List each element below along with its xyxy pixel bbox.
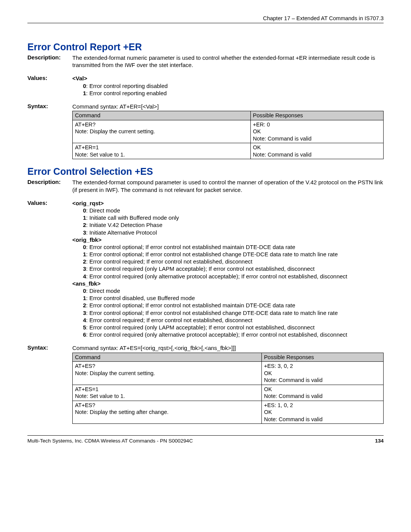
val1: : Error control reporting enabled <box>86 90 167 96</box>
table-cell: OK Note: Command is valid <box>250 143 383 159</box>
table-cell: AT+ES=1 Note: Set value to 1. <box>73 385 262 401</box>
footer-text: Multi-Tech Systems, Inc. CDMA Wireless A… <box>27 438 193 444</box>
values-label: Values: <box>27 75 72 81</box>
of3: : Error control required (only LAPM acce… <box>86 265 314 272</box>
section-title-er: Error Control Report +ER <box>27 42 384 53</box>
of4: : Error control required (only alternati… <box>86 273 347 280</box>
page-footer: Multi-Tech Systems, Inc. CDMA Wireless A… <box>27 435 384 444</box>
th-command: Command <box>73 353 262 362</box>
values-body: <orig_rqst> 0: Direct mode 1: Initiate c… <box>72 200 384 339</box>
af5: : Error control required (only LAPM acce… <box>86 324 314 331</box>
of0: : Error control optional; If error contr… <box>86 244 295 250</box>
or2: : Initiate V.42 Detection Phase <box>86 222 162 228</box>
val-header: <Val> <box>72 75 87 81</box>
or0: : Direct mode <box>86 207 120 214</box>
page-header: Chapter 17 – Extended AT Commands in IS7… <box>27 15 384 23</box>
command-table-er: CommandPossible Responses AT+ER? Note: D… <box>72 111 384 159</box>
desc-label: Description: <box>27 179 72 185</box>
th-command: Command <box>73 111 251 120</box>
table-cell: +ES: 3, 0, 2 OK Note: Command is valid <box>261 362 383 385</box>
syntax-body: Command syntax: AT+ER=[<Val>] CommandPos… <box>72 103 384 159</box>
af3: : Error control optional; If error contr… <box>86 310 338 316</box>
table-cell: +ES: 1, 0, 2 OK Note: Command is valid <box>261 401 383 424</box>
th-response: Possible Responses <box>261 353 383 362</box>
th-response: Possible Responses <box>250 111 383 120</box>
desc-label: Description: <box>27 54 72 61</box>
or1: : Initiate call with Buffered mode only <box>86 214 179 221</box>
af4: : Error control required; If error contr… <box>86 317 252 323</box>
values-body: <Val> 0: Error control reporting disable… <box>72 75 384 97</box>
syntax-body: Command syntax: AT+ES=[<orig_rqst>[,<ori… <box>72 344 384 424</box>
table-cell: OK Note: Command is valid <box>261 385 383 401</box>
af1: : Error control disabled, use Buffered m… <box>86 295 195 301</box>
table-cell: AT+ER? Note: Display the current setting… <box>73 120 251 143</box>
af2: : Error control optional; If error contr… <box>86 302 295 308</box>
table-cell: AT+ER=1 Note: Set value to 1. <box>73 143 251 159</box>
table-cell: AT+ES? Note: Display the current setting… <box>73 362 262 385</box>
af0: : Direct mode <box>86 288 120 294</box>
table-cell: +ER: 0 OK Note: Command is valid <box>250 120 383 143</box>
syntax-label: Syntax: <box>27 344 72 351</box>
syntax-label: Syntax: <box>27 103 72 109</box>
section-title-es: Error Control Selection +ES <box>27 166 384 177</box>
command-table-es: CommandPossible Responses AT+ES? Note: D… <box>72 353 384 424</box>
syntax-text: Command syntax: AT+ER=[<Val>] <box>72 103 384 110</box>
val0: : Error control reporting disabled <box>86 83 167 89</box>
of2: : Error control required; If error contr… <box>86 258 252 265</box>
orig-rqst-header: <orig_rqst> <box>72 200 104 206</box>
desc-text: The extended-format numeric parameter is… <box>72 54 384 69</box>
orig-fbk-header: <orig_fbk> <box>72 236 102 243</box>
table-cell: AT+ES? Note: Display the setting after c… <box>73 401 262 424</box>
or3: : Initiate Alternative Protocol <box>86 229 157 236</box>
syntax-text: Command syntax: AT+ES=[<orig_rqst>[,<ori… <box>72 344 384 351</box>
of1: : Error control optional; If error contr… <box>86 251 338 257</box>
desc-text: The extended-format compound parameter i… <box>72 179 384 193</box>
ans-fbk-header: <ans_fbk> <box>72 280 100 287</box>
page-number: 134 <box>375 438 384 444</box>
values-label: Values: <box>27 200 72 206</box>
af6: : Error control required (only alternati… <box>86 331 347 338</box>
